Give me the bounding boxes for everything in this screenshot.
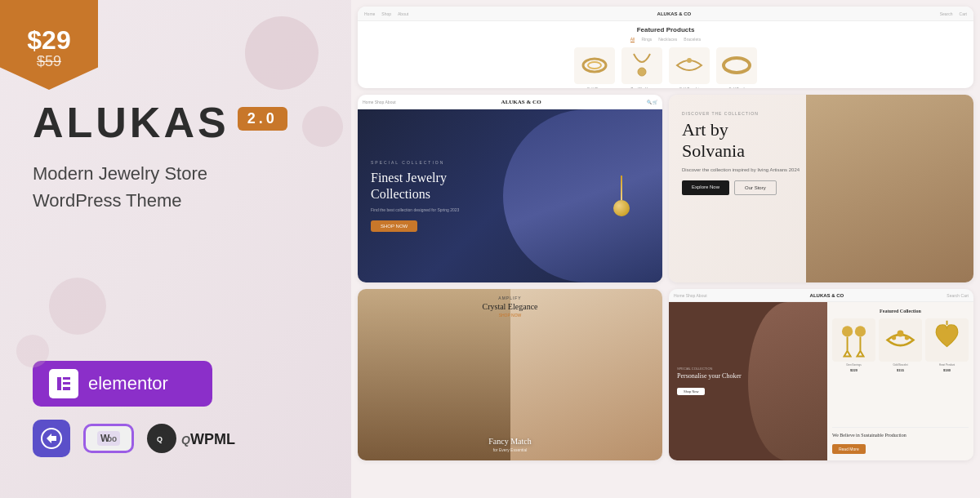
- plugins-area: elementor W oo Woo: [33, 361, 318, 482]
- alu-hero-label: SPECIAL COLLECTION: [677, 367, 819, 371]
- wpml-icon: Q: [147, 424, 176, 453]
- alu-hero-title: Personalise your Choker: [677, 372, 819, 380]
- svg-rect-15: [669, 47, 710, 84]
- hero-cta-button[interactable]: SHOP NOW: [371, 220, 417, 232]
- alu-left-text: SPECIAL COLLECTION Personalise your Chok…: [677, 367, 819, 395]
- version-badge: 2.0: [238, 107, 287, 131]
- necklace-overlay: [613, 176, 630, 216]
- alu-believe-section: We Believe in Sustainable Production Rea…: [832, 427, 969, 454]
- elementor-text: elementor: [88, 373, 168, 394]
- alukas-inner: Home Shop About ALUKAS & CO Search Cart …: [669, 289, 973, 460]
- fp-inner: Home Shop About ALUKAS & CO Search Cart …: [358, 7, 973, 88]
- collection-link[interactable]: SHOP NOW: [482, 313, 537, 318]
- alu-left: SPECIAL COLLECTION Personalise your Chok…: [669, 302, 827, 460]
- collection-fancy: Fancy Match: [358, 437, 662, 446]
- fp-product-necklace: Pearl Necklace $240: [621, 47, 662, 88]
- alu-right-title: Featured Collection: [832, 309, 969, 313]
- hero-body: SPECIAL COLLECTION Finest JewelryCollect…: [358, 109, 662, 282]
- hero-nav-bar: Home Shop About ALUKAS & CO 🔍 🛒: [358, 95, 662, 109]
- svg-text:Q: Q: [157, 435, 163, 443]
- hero-nav-logo: ALUKAS & CO: [501, 99, 541, 105]
- art-buttons: Explore Now Our Story: [682, 180, 960, 195]
- alu-nav: Home Shop About ALUKAS & CO Search Cart: [669, 289, 973, 302]
- old-price: $59: [37, 53, 61, 71]
- svg-point-16: [687, 58, 692, 63]
- fp-product-band: Gold Band $180: [716, 47, 757, 88]
- alu-products-row: Gem Earrings $220: [832, 318, 969, 427]
- collection-inner: Collection AMPLIFY Crystal Elegance SHOP…: [358, 289, 662, 460]
- fp-tab-all[interactable]: All: [630, 37, 635, 42]
- fp-tab-necklaces[interactable]: Necklaces: [658, 37, 677, 42]
- deco-circle-3: [49, 278, 106, 335]
- alu-believe-btn[interactable]: Read More: [832, 444, 866, 454]
- fp-tab-rings[interactable]: Rings: [641, 37, 652, 42]
- art-pretitle: Discover the collection: [682, 111, 960, 116]
- fp-title: Featured Products: [637, 26, 695, 33]
- hero-inner: Home Shop About ALUKAS & CO 🔍 🛒 SPECIAL …: [358, 95, 662, 282]
- alu-believe-text: We Believe in Sustainable Production: [832, 433, 969, 439]
- svg-rect-19: [832, 318, 875, 362]
- alu-product-earrings: Gem Earrings $220: [832, 318, 875, 427]
- alu-product-pendant: Heart Pendant $180: [925, 318, 969, 427]
- hero-screenshot: Home Shop About ALUKAS & CO 🔍 🛒 SPECIAL …: [358, 95, 662, 282]
- compat-row: W oo Woo Q QWPML: [33, 420, 318, 457]
- theme-name: ALUKAS 2.0: [33, 98, 318, 147]
- hero-desc: Find the best collection designed for Sp…: [371, 207, 459, 212]
- alukas-co-screenshot: Home Shop About ALUKAS & CO Search Cart …: [669, 289, 973, 460]
- elementor-icon: [49, 369, 78, 398]
- alu-product-bracelet: Gold Bracelet $155: [879, 318, 922, 427]
- svg-point-21: [855, 326, 866, 336]
- hero-person-bg: [503, 109, 662, 282]
- fp-product-bracelet-name: Gold Bracelet: [679, 87, 699, 88]
- collection-name: Crystal Elegance: [482, 302, 537, 311]
- art-content: Discover the collection Art by Solvania …: [669, 95, 973, 211]
- svg-rect-10: [574, 47, 615, 84]
- left-panel: $29 $59 ALUKAS 2.0 Modern Jewelry Store …: [0, 0, 351, 498]
- woo-badge: W oo: [83, 424, 134, 453]
- elementor-badge: elementor: [33, 361, 212, 407]
- wpml-badge: Q QWPML: [147, 424, 235, 453]
- pendant-chain: [621, 176, 622, 200]
- screenshots-area: Home Shop About ALUKAS & CO Search Cart …: [351, 0, 980, 498]
- art-explore-button[interactable]: Explore Now: [682, 180, 729, 195]
- fp-product-ring-name: Gold Ring: [587, 87, 602, 88]
- hero-label: SPECIAL COLLECTION: [371, 160, 459, 165]
- svg-point-24: [892, 336, 896, 340]
- svg-rect-1: [63, 377, 70, 380]
- svg-rect-13: [621, 47, 662, 84]
- fp-nav: Home Shop About ALUKAS & CO Search Cart: [358, 7, 973, 21]
- svg-point-25: [905, 336, 909, 340]
- fp-product-band-name: Gold Band: [729, 87, 745, 88]
- alu-body: SPECIAL COLLECTION Personalise your Chok…: [669, 302, 973, 460]
- art-desc: Discover the collection inspired by livi…: [682, 167, 960, 172]
- featured-products-strip: Home Shop About ALUKAS & CO Search Cart …: [358, 7, 973, 88]
- new-price: $29: [27, 27, 70, 53]
- svg-rect-22: [879, 318, 922, 362]
- collection-label: AMPLIFY: [482, 296, 537, 300]
- deco-circle-1: [245, 16, 318, 90]
- hero-headline: Finest JewelryCollections: [371, 170, 459, 202]
- art-story-button[interactable]: Our Story: [734, 180, 777, 195]
- alu-hero-btn[interactable]: Shop Now: [677, 388, 705, 395]
- theme-subtitle: Modern Jewelry Store WordPress Theme: [33, 160, 318, 214]
- art-screenshot: Discover the collection Art by Solvania …: [669, 95, 973, 282]
- fp-nav-logo: ALUKAS & CO: [657, 11, 692, 16]
- svg-point-14: [638, 68, 646, 76]
- fp-product-ring: Gold Ring $120: [574, 47, 615, 88]
- svg-rect-0: [57, 377, 61, 390]
- fp-products: Gold Ring $120 Pearl Necklace $240: [574, 47, 757, 88]
- art-inner: Discover the collection Art by Solvania …: [669, 95, 973, 282]
- svg-rect-3: [63, 387, 70, 390]
- pendant-circle: [613, 200, 630, 216]
- fp-tab-bracelets[interactable]: Bracelets: [684, 37, 701, 42]
- wpml-text: QWPML: [181, 429, 235, 448]
- alu-right: Featured Collection Gem Earrings: [827, 302, 973, 460]
- price-badge: $29 $59: [0, 0, 98, 90]
- fp-product-bracelet: Gold Bracelet $95: [669, 47, 710, 88]
- svg-rect-2: [63, 382, 70, 385]
- svg-point-23: [898, 331, 904, 337]
- hero-content: SPECIAL COLLECTION Finest JewelryCollect…: [371, 160, 459, 232]
- collection-overlay-top: AMPLIFY Crystal Elegance SHOP NOW: [482, 296, 537, 318]
- alu-nav-logo: ALUKAS & CO: [810, 293, 844, 298]
- fp-body: Featured Products All Rings Necklaces Br…: [358, 21, 973, 88]
